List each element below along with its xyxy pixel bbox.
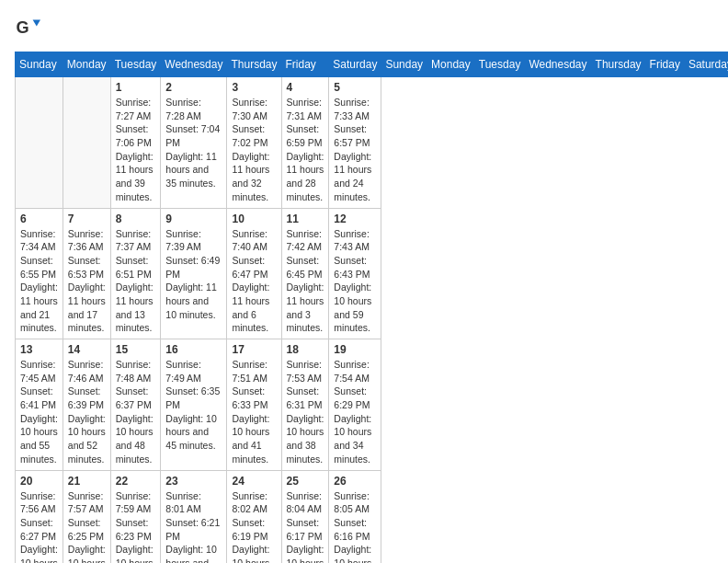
- column-header-sunday: Sunday: [16, 52, 63, 77]
- day-info: Sunrise: 7:46 AMSunset: 6:39 PMDaylight:…: [68, 358, 106, 466]
- calendar-cell: [16, 77, 63, 209]
- day-info: Sunrise: 8:05 AMSunset: 6:16 PMDaylight:…: [334, 489, 376, 564]
- day-number: 9: [165, 213, 222, 225]
- day-number: 25: [287, 475, 324, 488]
- calendar-cell: 24Sunrise: 8:02 AMSunset: 6:19 PMDayligh…: [227, 470, 281, 563]
- column-header-tuesday: Tuesday: [110, 52, 161, 77]
- calendar-cell: 5Sunrise: 7:33 AMSunset: 6:57 PMDaylight…: [329, 77, 381, 209]
- calendar-cell: 1Sunrise: 7:27 AMSunset: 7:06 PMDaylight…: [110, 77, 161, 209]
- day-info: Sunrise: 7:39 AMSunset: 6:49 PMDaylight:…: [165, 227, 222, 322]
- day-info: Sunrise: 7:31 AMSunset: 6:59 PMDaylight:…: [287, 96, 324, 204]
- column-header-tuesday: Tuesday: [474, 52, 525, 77]
- day-info: Sunrise: 7:36 AMSunset: 6:53 PMDaylight:…: [68, 227, 106, 336]
- calendar-week-4: 20Sunrise: 7:56 AMSunset: 6:27 PMDayligh…: [16, 470, 729, 563]
- svg-marker-1: [33, 20, 40, 27]
- calendar-cell: 22Sunrise: 7:59 AMSunset: 6:23 PMDayligh…: [110, 470, 161, 563]
- day-number: 3: [232, 81, 276, 94]
- day-info: Sunrise: 7:57 AMSunset: 6:25 PMDaylight:…: [68, 489, 106, 564]
- calendar-cell: 4Sunrise: 7:31 AMSunset: 6:59 PMDaylight…: [281, 77, 329, 209]
- day-info: Sunrise: 8:01 AMSunset: 6:21 PMDaylight:…: [165, 489, 222, 564]
- column-header-thursday: Thursday: [591, 52, 645, 77]
- column-header-saturday: Saturday: [329, 52, 381, 77]
- calendar-cell: 19Sunrise: 7:54 AMSunset: 6:29 PMDayligh…: [329, 339, 381, 471]
- day-number: 24: [232, 475, 276, 488]
- column-header-monday: Monday: [63, 52, 110, 77]
- page-header: G: [15, 15, 713, 40]
- logo-icon: G: [15, 15, 40, 40]
- calendar-cell: 26Sunrise: 8:05 AMSunset: 6:16 PMDayligh…: [329, 470, 381, 563]
- day-number: 19: [334, 343, 376, 356]
- column-header-friday: Friday: [645, 52, 684, 77]
- day-info: Sunrise: 7:33 AMSunset: 6:57 PMDaylight:…: [334, 96, 376, 204]
- day-info: Sunrise: 7:30 AMSunset: 7:02 PMDaylight:…: [232, 96, 276, 204]
- day-info: Sunrise: 7:53 AMSunset: 6:31 PMDaylight:…: [287, 358, 324, 466]
- day-info: Sunrise: 7:59 AMSunset: 6:23 PMDaylight:…: [116, 489, 156, 564]
- calendar-cell: [63, 77, 110, 209]
- calendar-cell: 16Sunrise: 7:49 AMSunset: 6:35 PMDayligh…: [161, 339, 227, 471]
- calendar-cell: 21Sunrise: 7:57 AMSunset: 6:25 PMDayligh…: [63, 470, 110, 563]
- calendar-cell: 10Sunrise: 7:40 AMSunset: 6:47 PMDayligh…: [227, 208, 281, 339]
- calendar-cell: 14Sunrise: 7:46 AMSunset: 6:39 PMDayligh…: [63, 339, 110, 471]
- column-header-sunday: Sunday: [381, 52, 427, 77]
- day-number: 26: [334, 475, 376, 488]
- day-info: Sunrise: 7:42 AMSunset: 6:45 PMDaylight:…: [287, 227, 324, 336]
- calendar-cell: 17Sunrise: 7:51 AMSunset: 6:33 PMDayligh…: [227, 339, 281, 471]
- day-number: 20: [20, 475, 58, 488]
- day-number: 4: [287, 81, 324, 94]
- day-info: Sunrise: 7:51 AMSunset: 6:33 PMDaylight:…: [232, 358, 276, 466]
- day-number: 16: [165, 343, 222, 356]
- day-number: 21: [68, 475, 106, 488]
- day-info: Sunrise: 8:02 AMSunset: 6:19 PMDaylight:…: [232, 489, 276, 564]
- day-number: 11: [287, 213, 324, 225]
- calendar-cell: 18Sunrise: 7:53 AMSunset: 6:31 PMDayligh…: [281, 339, 329, 471]
- day-number: 18: [287, 343, 324, 356]
- day-info: Sunrise: 7:56 AMSunset: 6:27 PMDaylight:…: [20, 489, 58, 564]
- day-number: 7: [68, 213, 106, 225]
- day-number: 22: [116, 475, 156, 488]
- day-info: Sunrise: 7:28 AMSunset: 7:04 PMDaylight:…: [165, 96, 222, 190]
- calendar-cell: 20Sunrise: 7:56 AMSunset: 6:27 PMDayligh…: [16, 470, 63, 563]
- column-header-wednesday: Wednesday: [525, 52, 591, 77]
- calendar-cell: 23Sunrise: 8:01 AMSunset: 6:21 PMDayligh…: [161, 470, 227, 563]
- day-number: 12: [334, 213, 376, 225]
- day-number: 15: [116, 343, 156, 356]
- column-header-friday: Friday: [281, 52, 329, 77]
- calendar-cell: 8Sunrise: 7:37 AMSunset: 6:51 PMDaylight…: [110, 208, 161, 339]
- day-number: 10: [232, 213, 276, 225]
- day-info: Sunrise: 8:04 AMSunset: 6:17 PMDaylight:…: [287, 489, 324, 564]
- calendar-week-2: 6Sunrise: 7:34 AMSunset: 6:55 PMDaylight…: [16, 208, 729, 339]
- day-info: Sunrise: 7:54 AMSunset: 6:29 PMDaylight:…: [334, 358, 376, 466]
- day-info: Sunrise: 7:37 AMSunset: 6:51 PMDaylight:…: [116, 227, 156, 336]
- calendar-week-1: 1Sunrise: 7:27 AMSunset: 7:06 PMDaylight…: [16, 77, 729, 209]
- column-header-wednesday: Wednesday: [161, 52, 227, 77]
- day-number: 8: [116, 213, 156, 225]
- day-number: 5: [334, 81, 376, 94]
- day-number: 2: [165, 81, 222, 94]
- calendar-table: SundayMondayTuesdayWednesdayThursdayFrid…: [15, 52, 728, 563]
- day-number: 6: [20, 213, 58, 225]
- day-info: Sunrise: 7:49 AMSunset: 6:35 PMDaylight:…: [165, 358, 222, 453]
- logo: G: [15, 15, 44, 40]
- calendar-cell: 2Sunrise: 7:28 AMSunset: 7:04 PMDaylight…: [161, 77, 227, 209]
- calendar-cell: 12Sunrise: 7:43 AMSunset: 6:43 PMDayligh…: [329, 208, 381, 339]
- day-number: 17: [232, 343, 276, 356]
- calendar-cell: 15Sunrise: 7:48 AMSunset: 6:37 PMDayligh…: [110, 339, 161, 471]
- day-info: Sunrise: 7:48 AMSunset: 6:37 PMDaylight:…: [116, 358, 156, 466]
- calendar-cell: 9Sunrise: 7:39 AMSunset: 6:49 PMDaylight…: [161, 208, 227, 339]
- day-number: 23: [165, 475, 222, 488]
- column-header-monday: Monday: [427, 52, 475, 77]
- day-info: Sunrise: 7:45 AMSunset: 6:41 PMDaylight:…: [20, 358, 58, 466]
- svg-text:G: G: [16, 18, 28, 37]
- day-info: Sunrise: 7:27 AMSunset: 7:06 PMDaylight:…: [116, 96, 156, 204]
- column-header-thursday: Thursday: [227, 52, 281, 77]
- calendar-cell: 3Sunrise: 7:30 AMSunset: 7:02 PMDaylight…: [227, 77, 281, 209]
- calendar-header-row: SundayMondayTuesdayWednesdayThursdayFrid…: [16, 52, 729, 77]
- calendar-week-3: 13Sunrise: 7:45 AMSunset: 6:41 PMDayligh…: [16, 339, 729, 471]
- day-number: 14: [68, 343, 106, 356]
- day-info: Sunrise: 7:40 AMSunset: 6:47 PMDaylight:…: [232, 227, 276, 336]
- day-number: 1: [116, 81, 156, 94]
- calendar-cell: 25Sunrise: 8:04 AMSunset: 6:17 PMDayligh…: [281, 470, 329, 563]
- calendar-cell: 7Sunrise: 7:36 AMSunset: 6:53 PMDaylight…: [63, 208, 110, 339]
- calendar-cell: 13Sunrise: 7:45 AMSunset: 6:41 PMDayligh…: [16, 339, 63, 471]
- calendar-cell: 6Sunrise: 7:34 AMSunset: 6:55 PMDaylight…: [16, 208, 63, 339]
